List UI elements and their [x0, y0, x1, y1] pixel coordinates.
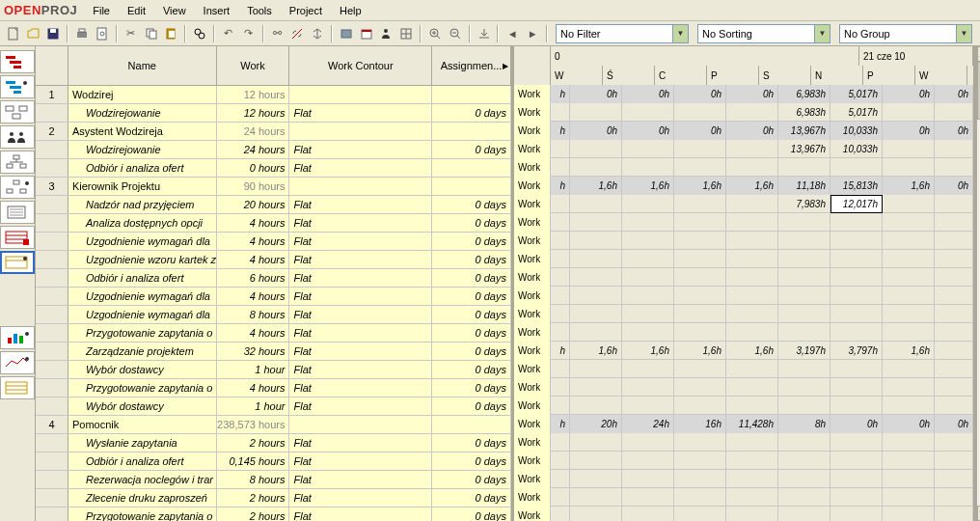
timephased-cell[interactable]	[726, 323, 778, 342]
row-number[interactable]: 2	[36, 123, 68, 140]
save-icon[interactable]	[44, 23, 64, 44]
row-number[interactable]	[36, 379, 68, 397]
timephased-cell[interactable]	[551, 507, 570, 521]
timephased-cell[interactable]	[622, 323, 674, 342]
cell-contour[interactable]: Flat	[289, 159, 432, 177]
timephased-cell[interactable]	[674, 140, 726, 158]
timephased-row[interactable]: Work	[514, 378, 973, 397]
timephased-cell[interactable]	[622, 378, 674, 397]
filter-input[interactable]	[557, 25, 672, 42]
timephased-cell[interactable]	[551, 140, 570, 158]
row-number[interactable]	[36, 233, 68, 250]
timephased-cell[interactable]	[830, 287, 883, 305]
timephased-cell[interactable]	[883, 507, 935, 521]
timephased-cell[interactable]	[726, 452, 778, 470]
cell-contour[interactable]: Flat	[289, 379, 432, 397]
table-row[interactable]: Odbiór i analiza ofert0 hoursFlat	[36, 159, 511, 178]
timephased-cell[interactable]	[778, 305, 830, 323]
cell-work[interactable]: 4 hours	[217, 324, 290, 342]
timephased-cell[interactable]	[570, 232, 622, 250]
timephased-cell[interactable]	[883, 433, 935, 452]
timephased-cell[interactable]	[551, 323, 570, 342]
vertical-scrollbar[interactable]: ▲ ▼	[976, 46, 980, 521]
timephased-row[interactable]: Workh1,6h1,6h1,6h1,6h11,18h15,813h1,6h0h	[514, 177, 973, 195]
cell-contour[interactable]: Flat	[289, 269, 432, 287]
timephased-cell[interactable]	[674, 305, 726, 323]
timephased-cell[interactable]: 3,197h	[778, 342, 830, 360]
timephased-cell[interactable]	[935, 140, 973, 158]
cell-name[interactable]: Uzgodnienie wzoru kartek z	[68, 251, 217, 268]
timephased-cell[interactable]	[883, 287, 935, 305]
cell-assign[interactable]: 0 days	[432, 471, 511, 488]
cell-work[interactable]: 12 hours	[217, 104, 290, 122]
histogram-view-icon[interactable]	[0, 326, 35, 349]
timephased-cell[interactable]: 20h	[570, 415, 622, 433]
unlink-icon[interactable]	[287, 23, 307, 44]
cell-name[interactable]: Przygotowanie zapytania o	[68, 507, 217, 521]
timephased-cell[interactable]: h	[551, 342, 570, 360]
timephased-cell[interactable]	[778, 397, 830, 415]
group-combo[interactable]: ▼	[839, 24, 972, 43]
table-row[interactable]: 4Pomocnik238,573 hours	[36, 416, 511, 434]
cell-work[interactable]: 4 hours	[217, 288, 290, 305]
timephased-cell[interactable]	[622, 268, 674, 287]
cell-name[interactable]: Wodzirejowanie	[68, 104, 217, 122]
table-row[interactable]: 1Wodzirej12 hours	[36, 86, 511, 104]
timephased-cell[interactable]	[674, 488, 726, 507]
task-usage-view-icon[interactable]	[0, 226, 35, 249]
timephased-cell[interactable]	[551, 452, 570, 470]
group-input[interactable]	[840, 25, 956, 42]
table-row[interactable]: Wybór dostawcy1 hourFlat0 days	[36, 361, 511, 379]
timephased-cell[interactable]	[935, 287, 973, 305]
timephased-cell[interactable]	[551, 305, 570, 323]
timephased-row[interactable]: Work	[514, 213, 973, 232]
table-row[interactable]: Odbiór i analiza ofert0,145 hoursFlat0 d…	[36, 452, 511, 471]
chevron-down-icon[interactable]: ▼	[814, 25, 830, 42]
cell-contour[interactable]: Flat	[289, 141, 432, 158]
timephased-cell[interactable]	[935, 103, 973, 122]
table-row[interactable]: Wybór dostawcy1 hourFlat0 days	[36, 398, 511, 416]
timephased-cell[interactable]	[726, 250, 778, 268]
timephased-cell[interactable]	[726, 140, 778, 158]
calendar-icon[interactable]	[357, 23, 376, 44]
more-columns-icon[interactable]: ▶	[503, 62, 508, 70]
timephased-cell[interactable]	[726, 433, 778, 452]
cell-assign[interactable]: 0 days	[432, 214, 511, 232]
wbs-view-icon[interactable]	[0, 151, 35, 174]
timephased-cell[interactable]	[674, 158, 726, 177]
sort-combo[interactable]: ▼	[697, 24, 830, 43]
timephased-cell[interactable]: 0h	[883, 122, 935, 140]
timephased-cell[interactable]	[570, 488, 622, 507]
cell-name[interactable]: Uzgodnienie wymagań dla	[68, 288, 217, 305]
timephased-cell[interactable]	[570, 397, 622, 415]
cell-contour[interactable]: Flat	[289, 489, 432, 507]
cell-assign[interactable]: 0 days	[432, 489, 511, 507]
cell-contour[interactable]: Flat	[289, 306, 432, 323]
menu-view[interactable]: View	[155, 3, 194, 18]
timephased-cell[interactable]	[551, 397, 570, 415]
timephased-cell[interactable]	[883, 140, 935, 158]
timephased-cell[interactable]	[551, 158, 570, 177]
cell-name[interactable]: Wybór dostawcy	[68, 361, 217, 378]
cell-contour[interactable]	[289, 123, 432, 140]
timephased-cell[interactable]	[778, 287, 830, 305]
timephased-cell[interactable]	[935, 470, 973, 488]
cell-name[interactable]: Zarządzanie projektem	[68, 343, 217, 360]
cell-work[interactable]: 20 hours	[217, 196, 290, 213]
timephased-cell[interactable]	[830, 452, 883, 470]
menu-insert[interactable]: Insert	[196, 3, 238, 18]
timephased-cell[interactable]	[622, 488, 674, 507]
table-row[interactable]: Wodzirejowanie24 hoursFlat0 days	[36, 141, 511, 159]
timephased-row[interactable]: Work	[514, 433, 973, 452]
cell-assign[interactable]: 0 days	[432, 141, 511, 158]
timephased-cell[interactable]: 1,6h	[726, 342, 778, 360]
timephased-cell[interactable]	[935, 158, 973, 177]
timephased-cell[interactable]: 12,017h	[830, 195, 883, 213]
timephased-cell[interactable]	[726, 287, 778, 305]
timephased-cell[interactable]	[622, 452, 674, 470]
row-number[interactable]	[36, 434, 68, 452]
cell-work[interactable]: 2 hours	[217, 434, 290, 452]
timephased-cell[interactable]	[830, 360, 883, 378]
timephased-cell[interactable]	[935, 213, 973, 232]
timephased-row[interactable]: Work	[514, 397, 973, 415]
